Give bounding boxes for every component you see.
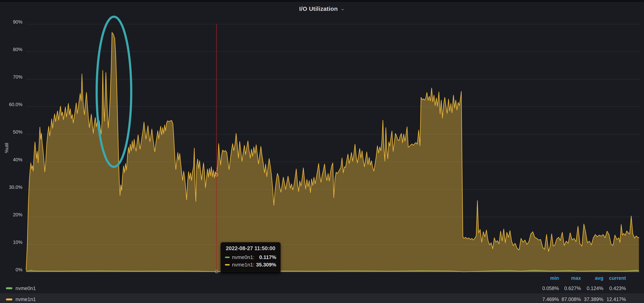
legend-stat-max: 87.008% xyxy=(559,296,581,302)
legend-stats: 0.058%0.627%0.124%0.423% xyxy=(537,283,626,293)
legend-row-nvme0n1: nvme0n10.058%0.627%0.124%0.423% xyxy=(0,283,644,293)
tooltip-row: nvme1n1: 35.309% xyxy=(225,261,276,268)
series-swatch-icon xyxy=(225,264,230,266)
legend-header-current[interactable]: current xyxy=(603,275,626,281)
legend-rows: nvme0n10.058%0.627%0.124%0.423%nvme1n17.… xyxy=(0,283,644,303)
legend: minmaxavgcurrent nvme0n10.058%0.627%0.12… xyxy=(0,274,644,303)
y-tick-label: 80% xyxy=(6,47,22,52)
y-tick-label: 0% xyxy=(6,267,22,272)
legend-header-avg[interactable]: avg xyxy=(581,275,603,281)
y-tick-label: 30.0% xyxy=(6,184,22,190)
y-tick-label: 40% xyxy=(6,157,22,162)
y-tick-label: 60.0% xyxy=(6,102,22,107)
tooltip-series-name: nvme0n1: xyxy=(232,254,254,260)
y-tick-label: 10% xyxy=(6,240,22,245)
graph-panel: I/O Utilization⌄ %util 90%80%70%60.0%50%… xyxy=(0,2,644,303)
legend-stat-avg: 37.389% xyxy=(581,296,603,302)
panel-title[interactable]: I/O Utilization⌄ xyxy=(299,6,345,12)
panel-header: I/O Utilization⌄ xyxy=(0,6,644,12)
tooltip-row: nvme0n1: 0.117% xyxy=(225,254,276,261)
tooltip-timestamp: 2022-08-27 11:50:00 xyxy=(225,246,276,252)
y-axis-label: %util xyxy=(4,143,10,153)
page: I/O Utilization⌄ %util 90%80%70%60.0%50%… xyxy=(0,0,644,303)
legend-stats: 7.469%87.008%37.389%12.417% xyxy=(537,293,626,303)
legend-stat-max: 0.627% xyxy=(559,286,581,291)
legend-stat-min: 0.058% xyxy=(537,286,559,291)
legend-header-min[interactable]: min xyxy=(537,275,559,281)
tooltip-series-value: 0.117% xyxy=(259,254,276,260)
series-swatch-icon xyxy=(225,257,230,258)
legend-series-nvme1n1[interactable]: nvme1n1 xyxy=(6,296,36,302)
legend-stat-min: 7.469% xyxy=(537,296,559,302)
y-tick-label: 50% xyxy=(6,129,22,135)
y-tick-label: 20% xyxy=(6,212,22,218)
tooltip-series-name: nvme1n1: xyxy=(232,262,254,268)
legend-header-max[interactable]: max xyxy=(559,275,581,281)
series-swatch-icon xyxy=(6,298,12,300)
tooltip: 2022-08-27 11:50:00 nvme0n1: 0.117% nvme… xyxy=(221,242,280,273)
series-swatch-icon xyxy=(6,287,12,289)
legend-row-nvme1n1: nvme1n17.469%87.008%37.389%12.417% xyxy=(0,293,644,303)
y-tick-label: 70% xyxy=(6,74,22,80)
legend-stat-current: 0.423% xyxy=(603,286,626,291)
legend-series-name: nvme1n1 xyxy=(16,296,36,302)
chevron-down-icon[interactable]: ⌄ xyxy=(340,6,345,12)
legend-stat-avg: 0.124% xyxy=(581,286,603,291)
legend-series-nvme0n1[interactable]: nvme0n1 xyxy=(6,286,36,291)
panel-title-text: I/O Utilization xyxy=(299,6,338,12)
graph-area[interactable] xyxy=(0,0,644,303)
legend-stats-header: minmaxavgcurrent xyxy=(537,275,626,281)
legend-stat-current: 12.417% xyxy=(603,296,626,302)
tooltip-series-value: 35.309% xyxy=(256,262,276,268)
legend-series-name: nvme0n1 xyxy=(16,286,36,291)
y-tick-label: 90% xyxy=(6,19,22,25)
